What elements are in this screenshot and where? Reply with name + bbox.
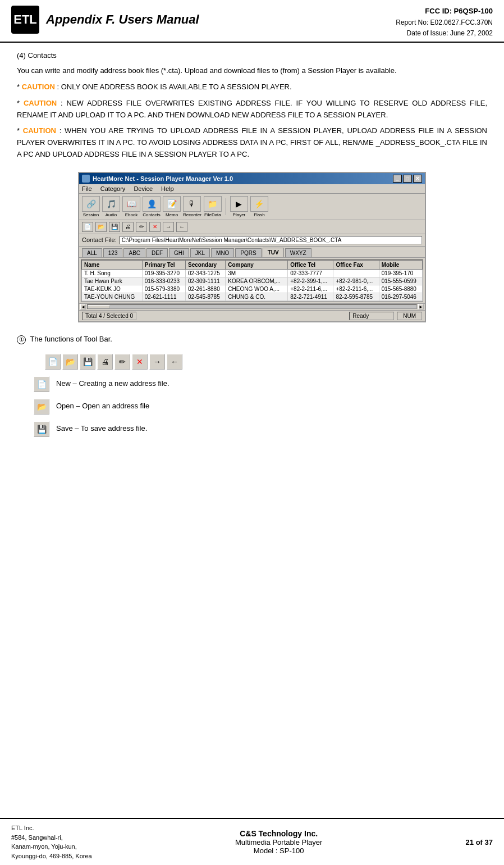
toolbar-display: 📄 📂 💾 🖨 ✏ ✕ → ← <box>45 354 487 370</box>
menu-device[interactable]: Device <box>134 185 153 192</box>
window-icon <box>82 175 90 183</box>
appendix-title: Appendix F. Users Manual <box>46 12 199 27</box>
session-label: Session <box>83 212 99 217</box>
product2: Model : SP-100 <box>235 846 322 855</box>
toolbar-contacts[interactable]: 👤 Contacts <box>143 196 161 217</box>
menu-category[interactable]: Category <box>100 185 126 192</box>
caution2-prefix: * <box>17 99 24 107</box>
toolbar-session[interactable]: 🔗 Session <box>82 196 100 217</box>
logo: ETL <box>11 6 39 34</box>
session-icon[interactable]: 🔗 <box>82 196 100 212</box>
table-row[interactable]: T. H. Song019-395-327002-343-12753M02-33… <box>82 269 423 277</box>
toolbar-functions-title: The functions of Tool Bar. <box>30 335 112 343</box>
caution2-text: : NEW ADDRESS FILE OVERWRITES EXISTING A… <box>17 99 487 119</box>
small-toolbar: 📄 📂 💾 🖨 ✏ ✕ → ← <box>79 220 425 234</box>
tab-wxyz[interactable]: WXYZ <box>285 248 311 257</box>
status-right: Ready NUM <box>349 312 422 320</box>
ebook-icon[interactable]: 📖 <box>122 196 140 212</box>
memo-label: Memo <box>166 212 178 217</box>
tab-def[interactable]: DEF <box>146 248 168 257</box>
caution3-line: * CAUTION : WHEN YOU ARE TRYING TO UPLOA… <box>17 125 487 160</box>
scroll-track[interactable] <box>87 304 417 309</box>
func-open: 📂 Open – Open an address file <box>34 399 487 415</box>
window-controls[interactable]: _ □ ✕ <box>393 175 422 183</box>
caution3-prefix: * <box>17 126 23 135</box>
toolbar-ebook[interactable]: 📖 Ebook <box>122 196 140 217</box>
product1: Multimedia Portable Player <box>235 838 322 846</box>
col-mobile: Mobile <box>379 260 422 269</box>
memo-icon[interactable]: 📝 <box>163 196 181 212</box>
flash-icon[interactable]: ⚡ <box>250 196 268 212</box>
print-btn[interactable]: 🖨 <box>122 222 134 232</box>
table-row[interactable]: TAE-KEUK JO015-579-338002-261-8880CHEONG… <box>82 285 423 293</box>
table-row[interactable]: Tae Hwan Park016-333-023302-309-1111KORE… <box>82 277 423 285</box>
contacts-table-container: Name Primary Tel Secondary Company Offic… <box>81 260 423 302</box>
para1: You can write and modify address book fi… <box>17 65 487 77</box>
menu-help[interactable]: Help <box>161 185 174 192</box>
table-row[interactable]: TAE-YOUN CHUNG02-621-111102-545-8785CHUN… <box>82 293 423 301</box>
horizontal-scrollbar[interactable]: ◄ ► <box>79 303 425 310</box>
toolbar-memo[interactable]: 📝 Memo <box>163 196 181 217</box>
close-button[interactable]: ✕ <box>413 175 422 183</box>
forward-btn[interactable]: → <box>163 222 174 232</box>
new-btn[interactable]: 📄 <box>82 222 93 232</box>
tab-mno[interactable]: MNO <box>211 248 234 257</box>
main-content: (4) Contacts You can write and modify ad… <box>0 43 504 449</box>
company-center: C&S Technology Inc. <box>235 829 322 838</box>
recorder-label: Recorder <box>183 212 201 217</box>
tab-abc[interactable]: ABC <box>123 248 145 257</box>
save-btn[interactable]: 💾 <box>109 222 120 232</box>
scroll-right-btn[interactable]: ► <box>418 304 424 309</box>
filedata-icon[interactable]: 📁 <box>204 196 222 212</box>
delete-btn[interactable]: ✕ <box>149 222 161 232</box>
ebook-label: Ebook <box>125 212 138 217</box>
tab-ghi[interactable]: GHI <box>169 248 189 257</box>
caution3-text: : WHEN YOU ARE TRYING TO UPLOAD ADDRESS … <box>17 126 487 158</box>
tab-all[interactable]: ALL <box>82 248 102 257</box>
contact-file-input[interactable] <box>120 236 422 244</box>
maximize-button[interactable]: □ <box>403 175 412 183</box>
page-header: ETL Appendix F. Users Manual FCC ID: P6Q… <box>0 0 504 43</box>
footer-address3: Kyounggi-do, 469-885, Korea <box>11 852 92 861</box>
caution1-line: * CAUTION : ONLY ONE ADDRESS BOOK IS AVA… <box>17 81 487 93</box>
display-open-icon: 📂 <box>62 354 78 370</box>
tab-123[interactable]: 123 <box>103 248 123 257</box>
recorder-icon[interactable]: 🎙 <box>183 196 201 212</box>
tab-pqrs[interactable]: PQRS <box>235 248 261 257</box>
display-print-icon: 🖨 <box>97 354 113 370</box>
tab-tuv[interactable]: TUV <box>263 248 284 257</box>
scroll-left-btn[interactable]: ◄ <box>80 304 86 309</box>
status-num: NUM <box>397 312 422 320</box>
display-back-icon: ← <box>167 354 182 370</box>
audio-label: Audio <box>106 212 117 217</box>
minimize-button[interactable]: _ <box>393 175 402 183</box>
col-company: Company <box>226 260 288 269</box>
flash-label: Flash <box>254 212 265 217</box>
player-icon[interactable]: ▶ <box>230 196 248 212</box>
status-total: Total 4 / Selected 0 <box>82 312 136 320</box>
tab-jkl[interactable]: JKL <box>190 248 210 257</box>
edit-btn[interactable]: ✏ <box>136 222 147 232</box>
report-no: Report No: E02.0627.FCC.370N <box>396 17 493 28</box>
open-btn[interactable]: 📂 <box>95 222 107 232</box>
footer-left: ETL Inc. #584, Sangwhal-ri, Kanam-myon, … <box>11 823 92 861</box>
caution1-prefix: * <box>17 83 22 91</box>
menu-bar: File Category Device Help <box>79 184 425 194</box>
back-btn[interactable]: ← <box>176 222 187 232</box>
contacts-icon[interactable]: 👤 <box>143 196 161 212</box>
func-new-icon: 📄 <box>34 376 49 392</box>
header-left: ETL Appendix F. Users Manual <box>11 6 199 34</box>
audio-icon[interactable]: 🎵 <box>102 196 120 212</box>
toolbar-player[interactable]: ▶ Player <box>230 196 248 217</box>
menu-file[interactable]: File <box>82 185 92 192</box>
toolbar-audio[interactable]: 🎵 Audio <box>102 196 120 217</box>
toolbar-recorder[interactable]: 🎙 Recorder <box>183 196 201 217</box>
caution3-word: CAUTION <box>23 126 56 135</box>
display-new-icon: 📄 <box>45 354 61 370</box>
header-right: FCC ID: P6QSP-100 Report No: E02.0627.FC… <box>396 6 493 39</box>
func-new: 📄 New – Creating a new address file. <box>34 376 487 392</box>
toolbar-flash[interactable]: ⚡ Flash <box>250 196 268 217</box>
toolbar-filedata[interactable]: 📁 FileData <box>204 196 222 217</box>
scroll-thumb[interactable] <box>88 305 110 308</box>
player-label: Player <box>233 212 246 217</box>
